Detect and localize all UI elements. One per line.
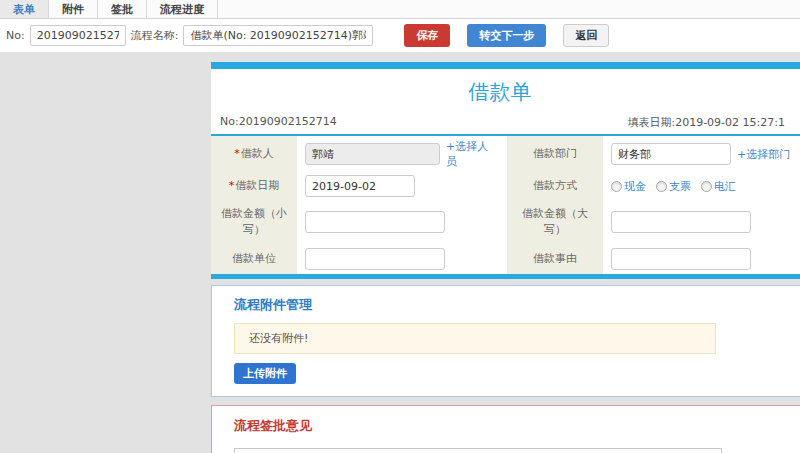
select-department-link[interactable]: +选择部门 — [737, 147, 790, 162]
fill-date: 填表日期:2019-09-02 15:27:1 — [627, 115, 785, 130]
form-meta-row: No:20190902152714 填表日期:2019-09-02 15:27:… — [211, 110, 789, 134]
process-name-input[interactable] — [183, 25, 373, 46]
form-title: 借款单 — [211, 69, 789, 110]
form-top-accent-bar — [211, 62, 800, 69]
amount-upper-label: 借款金额（大写） — [507, 200, 603, 244]
department-label: 借款部门 — [507, 136, 603, 172]
forward-next-step-button[interactable]: 转交下一步 — [467, 24, 546, 47]
no-label: No: — [6, 29, 25, 42]
form-row-borrower: *借款人 +选择人员 借款部门 +选择部门 — [211, 136, 800, 172]
tab-form[interactable]: 表单 — [0, 0, 49, 18]
form-row-amount: 借款金额（小写） 借款金额（大写） — [211, 200, 800, 244]
form-row-unit-reason: 借款单位 借款事由 — [211, 244, 800, 274]
loan-date-label: *借款日期 — [211, 172, 297, 200]
document-number: No:20190902152714 — [220, 115, 337, 128]
loan-reason-label: 借款事由 — [507, 244, 603, 274]
action-bar: No: 流程名称: 保存 转交下一步 返回 — [0, 19, 800, 53]
upload-attachment-button[interactable]: 上传附件 — [234, 363, 296, 384]
radio-cash-label: 现金 — [624, 179, 646, 194]
select-person-link[interactable]: +选择人员 — [446, 139, 499, 169]
rich-text-editor: B I abc ⌫ ∞ ∞ ⚑ ≣ ≡ ⇤ ⇥ ” — [234, 448, 722, 453]
back-button[interactable]: 返回 — [563, 24, 609, 47]
tab-approval[interactable]: 签批 — [98, 0, 147, 18]
process-name-label: 流程名称: — [131, 28, 179, 43]
required-mark: * — [229, 179, 235, 192]
loan-reason-input[interactable] — [611, 248, 751, 270]
loan-method-options: 现金 支票 电汇 — [603, 172, 800, 200]
radio-wire[interactable] — [701, 181, 712, 192]
loan-unit-label: 借款单位 — [211, 244, 297, 274]
amount-upper-input[interactable] — [611, 211, 751, 233]
tab-bar: 表单 附件 签批 流程进度 — [0, 0, 800, 19]
tab-attachments[interactable]: 附件 — [49, 0, 98, 18]
page-background: 借款单 No:20190902152714 填表日期:2019-09-02 15… — [0, 53, 800, 453]
amount-lower-label: 借款金额（小写） — [211, 200, 297, 244]
amount-lower-input[interactable] — [305, 211, 445, 233]
borrower-label: *借款人 — [211, 136, 297, 172]
form-bottom-accent-bar — [211, 274, 800, 279]
editor-toolbar: B I abc ⌫ ∞ ∞ ⚑ ≣ ≡ ⇤ ⇥ ” — [235, 449, 721, 453]
form-row-date-method: *借款日期 借款方式 现金 支票 电汇 — [211, 172, 800, 200]
radio-check[interactable] — [656, 181, 667, 192]
department-input[interactable] — [611, 143, 731, 165]
radio-cash[interactable] — [611, 181, 622, 192]
save-button[interactable]: 保存 — [404, 24, 450, 47]
attachments-panel: 流程附件管理 还没有附件! 上传附件 — [211, 285, 800, 397]
required-mark: * — [234, 147, 240, 160]
no-attachments-message: 还没有附件! — [234, 323, 716, 354]
main-panel: 借款单 No:20190902152714 填表日期:2019-09-02 15… — [211, 62, 800, 453]
radio-check-label: 支票 — [669, 179, 691, 194]
loan-unit-input[interactable] — [305, 248, 445, 270]
loan-method-label: 借款方式 — [507, 172, 603, 200]
approval-panel: 流程签批意见 B I abc ⌫ ∞ ∞ ⚑ ≣ ≡ ⇤ ⇥ — [211, 405, 800, 453]
no-input[interactable] — [30, 25, 126, 46]
radio-wire-label: 电汇 — [714, 179, 736, 194]
loan-date-input[interactable] — [305, 175, 415, 197]
borrower-input[interactable] — [305, 143, 440, 165]
tab-progress[interactable]: 流程进度 — [147, 0, 218, 18]
loan-form-panel: 借款单 No:20190902152714 填表日期:2019-09-02 15… — [211, 62, 800, 279]
attachments-heading: 流程附件管理 — [234, 296, 800, 314]
approval-heading: 流程签批意见 — [234, 417, 800, 435]
